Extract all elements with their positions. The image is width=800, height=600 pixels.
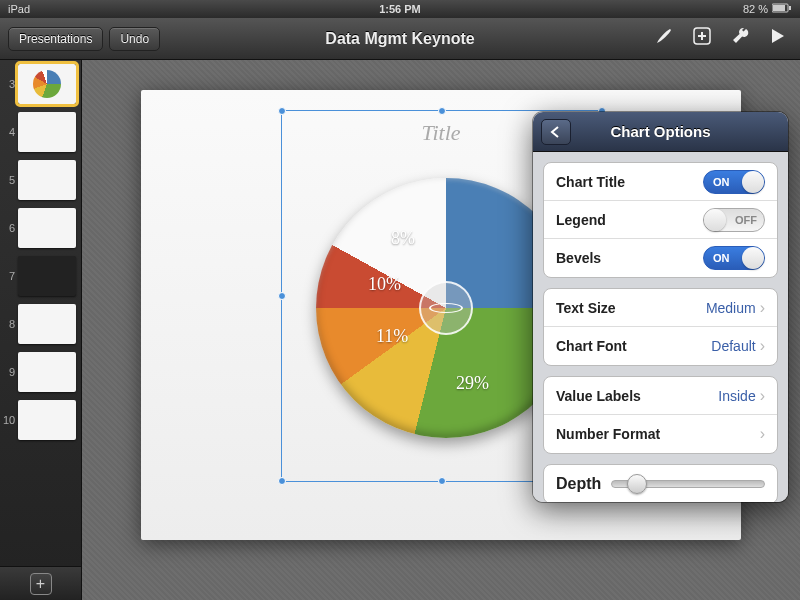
chevron-right-icon: › <box>760 387 765 405</box>
wrench-icon[interactable] <box>730 26 750 51</box>
slice-label: 29% <box>456 373 489 394</box>
bevels-row: Bevels ON <box>544 239 777 277</box>
battery-icon <box>772 3 792 15</box>
brush-icon[interactable] <box>654 26 674 51</box>
undo-button[interactable]: Undo <box>109 27 160 51</box>
slide-thumb[interactable] <box>18 160 76 200</box>
svg-rect-2 <box>789 6 791 10</box>
slide-thumb[interactable] <box>18 304 76 344</box>
slide-sidebar: 3 4 5 6 7 8 9 10 + <box>0 60 82 600</box>
value-labels-row[interactable]: Value Labels Inside › <box>544 377 777 415</box>
slide-thumb[interactable] <box>18 64 76 104</box>
number-format-row[interactable]: Number Format › <box>544 415 777 453</box>
document-title: Data Mgmt Keynote <box>325 30 474 48</box>
slide-thumb[interactable] <box>18 112 76 152</box>
chevron-right-icon: › <box>760 299 765 317</box>
chevron-right-icon: › <box>760 425 765 443</box>
resize-handle[interactable] <box>278 107 286 115</box>
resize-handle[interactable] <box>278 477 286 485</box>
resize-handle[interactable] <box>438 107 446 115</box>
chart-font-row[interactable]: Chart Font Default › <box>544 327 777 365</box>
add-slide-button[interactable]: + <box>30 573 52 595</box>
slice-label: 8% <box>391 228 415 249</box>
chart-options-popover: Chart Options Chart Title ON Legend OFF … <box>533 112 788 502</box>
back-button[interactable] <box>541 119 571 145</box>
canvas[interactable]: Title 8% 10% 11% 29% <box>82 60 800 600</box>
slide-thumb[interactable] <box>18 256 76 296</box>
chevron-right-icon: › <box>760 337 765 355</box>
slide-thumb[interactable] <box>18 352 76 392</box>
slider-thumb[interactable] <box>627 474 647 494</box>
presentations-button[interactable]: Presentations <box>8 27 103 51</box>
add-icon[interactable] <box>692 26 712 51</box>
status-bar: iPad 1:56 PM 82 % <box>0 0 800 18</box>
device-label: iPad <box>8 3 30 15</box>
play-icon[interactable] <box>768 27 786 50</box>
legend-row: Legend OFF <box>544 201 777 239</box>
toolbar: Presentations Undo Data Mgmt Keynote <box>0 18 800 60</box>
chart-title-toggle[interactable]: ON <box>703 170 765 194</box>
resize-handle[interactable] <box>278 292 286 300</box>
depth-row: Depth <box>544 465 777 502</box>
battery-pct: 82 % <box>743 3 768 15</box>
slice-label: 11% <box>376 326 408 347</box>
slide-thumb[interactable] <box>18 208 76 248</box>
svg-rect-1 <box>773 5 785 11</box>
clock: 1:56 PM <box>379 3 421 15</box>
bevels-toggle[interactable]: ON <box>703 246 765 270</box>
rotate-control[interactable] <box>419 281 473 335</box>
resize-handle[interactable] <box>438 477 446 485</box>
depth-slider[interactable] <box>611 480 765 488</box>
chart-title-row: Chart Title ON <box>544 163 777 201</box>
slide-thumb[interactable] <box>18 400 76 440</box>
popover-title: Chart Options <box>611 123 711 140</box>
legend-toggle[interactable]: OFF <box>703 208 765 232</box>
text-size-row[interactable]: Text Size Medium › <box>544 289 777 327</box>
slice-label: 10% <box>368 274 401 295</box>
